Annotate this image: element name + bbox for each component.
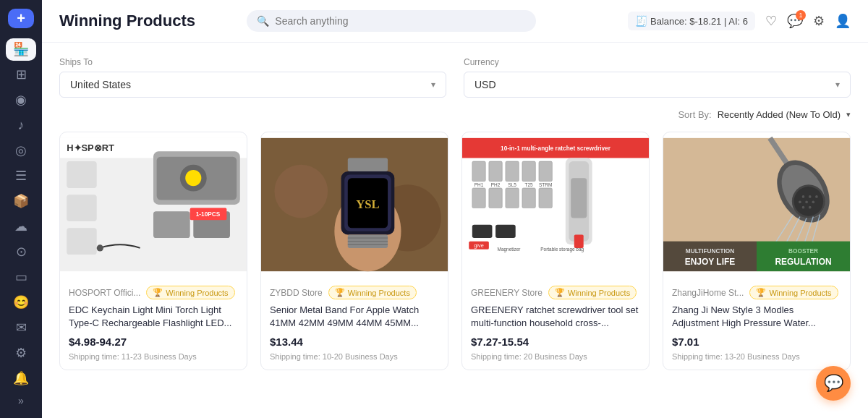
svg-text:MULTIFUNCTION: MULTIFUNCTION	[686, 247, 734, 255]
product-image-3: 10-in-1 multi-angle ratchet screwdriver	[462, 132, 649, 277]
product-info-4: ZhangJiHome St... 🏆 Winning Products Zha…	[663, 277, 850, 370]
svg-text:H✦SP⊗RT: H✦SP⊗RT	[67, 142, 114, 153]
shipping-time-2: Shipping time: 10-20 Business Days	[270, 352, 439, 361]
sidebar-item-orders[interactable]: ◎	[6, 140, 36, 162]
svg-point-65	[799, 200, 801, 203]
sidebar-item-card[interactable]: ▭	[6, 265, 36, 288]
svg-rect-24	[348, 158, 388, 171]
store-badge-row-3: GREENERY Store 🏆 Winning Products	[471, 286, 640, 299]
sort-chevron-icon: ▾	[846, 110, 851, 119]
svg-rect-44	[574, 234, 584, 247]
product-card-2[interactable]: YSL ZYBDD Store 🏆	[260, 132, 448, 370]
currency-value: USD	[475, 79, 496, 90]
ships-to-chevron-icon: ▾	[431, 80, 435, 90]
store-name-2: ZYBDD Store	[270, 288, 323, 298]
trophy-icon-2: 🏆	[335, 288, 345, 297]
svg-text:T25: T25	[525, 182, 534, 187]
svg-point-16	[274, 165, 328, 218]
product-image-4: MULTIFUNCTION ENJOY LIFE BOOSTER REGULAT…	[663, 132, 850, 277]
chat-fab-button[interactable]: 💬	[816, 366, 851, 401]
svg-point-64	[815, 195, 818, 198]
header: Winning Products 🔍 🧾 Balance: $-18.21 | …	[42, 0, 868, 43]
svg-text:Magnetizer: Magnetizer	[498, 247, 522, 253]
svg-rect-33	[506, 161, 519, 182]
sidebar-item-products[interactable]: 📦	[6, 189, 36, 212]
svg-rect-32	[489, 161, 502, 182]
sidebar-item-store[interactable]: 🏪	[6, 38, 36, 61]
filters-row: Ships To United States ▾ Currency USD ▾	[59, 57, 851, 98]
winning-badge-1: 🏆 Winning Products	[146, 286, 234, 299]
search-input[interactable]	[275, 15, 526, 27]
sidebar-item-list[interactable]: ☰	[6, 164, 36, 187]
sidebar-item-upload[interactable]: ☁	[6, 215, 36, 237]
sidebar-logo[interactable]: +	[8, 9, 34, 28]
sort-value[interactable]: Recently Added (New To Old)	[718, 109, 841, 120]
store-badge-row-2: ZYBDD Store 🏆 Winning Products	[270, 286, 439, 299]
user-avatar-icon[interactable]: 👤	[835, 13, 851, 29]
shipping-time-4: Shipping time: 13-20 Business Days	[672, 352, 841, 361]
ships-to-filter: Ships To United States ▾	[59, 57, 446, 98]
header-actions: 🧾 Balance: $-18.21 | AI: 6 ♡ 💬 1 ⚙ 👤	[628, 12, 851, 30]
svg-text:1-10PCS: 1-10PCS	[196, 210, 221, 218]
svg-rect-11	[67, 228, 96, 255]
balance-widget: 🧾 Balance: $-18.21 | AI: 6	[628, 12, 755, 30]
sidebar-expand-button[interactable]: »	[6, 392, 36, 409]
winning-badge-2: 🏆 Winning Products	[328, 286, 417, 299]
search-icon: 🔍	[257, 15, 269, 27]
search-bar[interactable]: 🔍	[247, 10, 536, 32]
product-price-1: $4.98-94.27	[69, 336, 238, 348]
currency-select[interactable]: USD ▾	[464, 72, 851, 98]
svg-rect-43	[571, 178, 587, 218]
product-title-2: Senior Metal Band For Apple Watch 41MM 4…	[270, 304, 439, 330]
svg-point-61	[794, 187, 824, 216]
product-image-2: YSL	[261, 132, 448, 277]
ships-to-select[interactable]: United States ▾	[59, 72, 446, 98]
page-title: Winning Products	[59, 12, 195, 30]
product-title-1: EDC Keychain Light Mini Torch Light Type…	[69, 304, 238, 330]
svg-text:REGULATION: REGULATION	[775, 257, 831, 267]
svg-text:give: give	[474, 242, 484, 249]
svg-point-63	[809, 195, 812, 198]
sidebar-item-tiktok[interactable]: ♪	[6, 114, 36, 137]
store-badge-row-4: ZhangJiHome St... 🏆 Winning Products	[672, 286, 841, 299]
sort-row: Sort By: Recently Added (New To Old) ▾	[59, 109, 851, 120]
shipping-time-3: Shipping time: 20 Business Days	[471, 352, 640, 361]
svg-text:Portable storage bag: Portable storage bag	[540, 247, 584, 253]
svg-rect-45	[472, 225, 493, 238]
notifications-icon[interactable]: 💬 1	[787, 13, 803, 29]
shipping-time-1: Shipping time: 11-23 Business Days	[69, 352, 238, 361]
svg-rect-38	[506, 188, 519, 208]
sidebar-item-bell[interactable]: 🔔	[6, 367, 36, 389]
sidebar-item-analytics[interactable]: ◉	[6, 89, 36, 111]
svg-text:10-in-1 multi-angle ratchet sc: 10-in-1 multi-angle ratchet screwdriver	[501, 145, 611, 152]
product-grid: H✦SP⊗RT	[59, 132, 851, 370]
svg-rect-36	[472, 188, 485, 208]
svg-rect-34	[522, 161, 535, 182]
product-card-1[interactable]: H✦SP⊗RT	[59, 132, 247, 370]
trophy-icon-4: 🏆	[756, 288, 766, 297]
winning-badge-3: 🏆 Winning Products	[548, 286, 637, 299]
svg-rect-37	[489, 188, 502, 208]
sidebar-item-emoji[interactable]: 😊	[6, 291, 36, 313]
sidebar-item-settings2[interactable]: ⊙	[6, 240, 36, 263]
sidebar-item-settings[interactable]: ⚙	[6, 341, 36, 364]
product-card-3[interactable]: 10-in-1 multi-angle ratchet screwdriver	[461, 132, 650, 370]
sidebar-item-dashboard[interactable]: ⊞	[6, 64, 36, 86]
trophy-icon-3: 🏆	[555, 288, 565, 297]
svg-point-67	[812, 200, 814, 203]
store-name-4: ZhangJiHome St...	[672, 288, 744, 298]
settings-icon[interactable]: ⚙	[813, 13, 825, 29]
wishlist-icon[interactable]: ♡	[765, 13, 777, 29]
svg-rect-35	[539, 161, 552, 182]
balance-icon: 🧾	[635, 15, 647, 27]
sidebar-item-mail[interactable]: ✉	[6, 316, 36, 338]
currency-label: Currency	[464, 57, 851, 67]
store-name-1: HOSPORT Offici...	[69, 288, 140, 298]
product-card-4[interactable]: MULTIFUNCTION ENJOY LIFE BOOSTER REGULAT…	[663, 132, 851, 370]
ships-to-value: United States	[70, 79, 131, 90]
product-title-3: GREENERY ratchet screwdriver tool set mu…	[471, 304, 640, 330]
svg-point-62	[802, 195, 805, 198]
trophy-icon-1: 🏆	[153, 288, 163, 297]
store-name-3: GREENERY Store	[471, 288, 542, 298]
product-title-4: Zhang Ji New Style 3 Modles Adjustment H…	[672, 304, 841, 330]
